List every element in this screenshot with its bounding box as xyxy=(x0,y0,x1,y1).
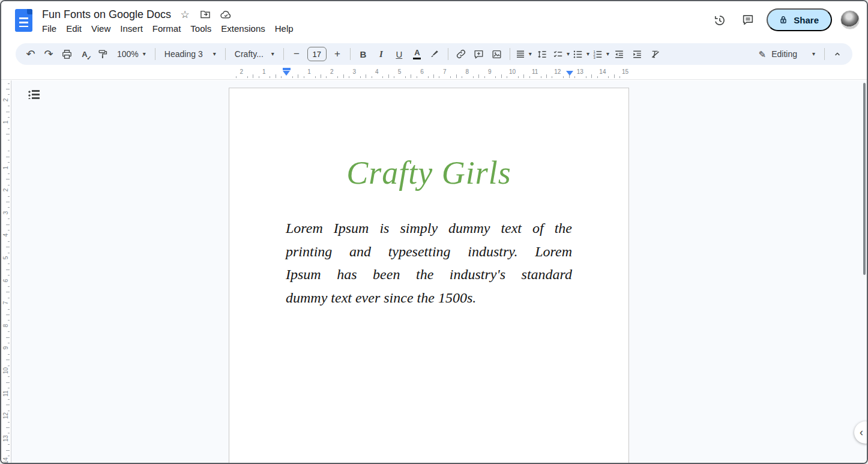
highlight-color-icon[interactable] xyxy=(426,46,444,62)
spellcheck-icon[interactable]: A✓ xyxy=(76,46,94,62)
text-color-button[interactable]: A xyxy=(408,46,426,62)
ruler-tick xyxy=(6,179,10,179)
redo-icon[interactable]: ↷ xyxy=(40,46,58,62)
ruler-tick xyxy=(247,76,248,78)
checklist-icon[interactable]: ▾ xyxy=(551,46,571,62)
left-indent-marker[interactable] xyxy=(283,71,290,76)
bold-button[interactable]: B xyxy=(354,46,372,62)
font-size-input[interactable]: 17 xyxy=(307,47,327,61)
right-indent-marker[interactable] xyxy=(566,71,573,76)
font-select[interactable]: Crafty...▾ xyxy=(229,46,280,62)
ruler-tick xyxy=(276,74,276,78)
ruler-tick xyxy=(6,202,10,202)
comment-history-icon[interactable] xyxy=(735,8,761,31)
menu-item-view[interactable]: View xyxy=(86,22,115,35)
ruler-number: 10 xyxy=(509,68,516,75)
add-comment-icon[interactable] xyxy=(470,46,488,62)
ruler-tick xyxy=(8,388,10,388)
vertical-ruler[interactable]: 211234567891011121314 xyxy=(1,80,11,463)
avatar[interactable] xyxy=(840,10,860,29)
vertical-scrollbar[interactable] xyxy=(863,83,866,275)
menu-item-format[interactable]: Format xyxy=(148,22,186,35)
styles-select[interactable]: Heading 3▾ xyxy=(159,46,222,62)
version-history-icon[interactable] xyxy=(707,8,732,31)
ruler-number: 11 xyxy=(532,68,538,75)
decrease-indent-icon[interactable] xyxy=(610,46,628,62)
ruler-tick xyxy=(304,76,304,78)
star-icon[interactable]: ☆ xyxy=(176,7,194,22)
ruler-tick xyxy=(523,74,524,78)
menu-item-tools[interactable]: Tools xyxy=(185,22,216,35)
first-line-indent-marker[interactable] xyxy=(283,68,291,70)
ruler-tick xyxy=(366,74,366,78)
logo-lines xyxy=(19,17,28,27)
move-folder-icon[interactable] xyxy=(196,7,214,22)
ruler-tick xyxy=(473,76,474,78)
ruler-number: 2 xyxy=(2,95,9,104)
undo-icon[interactable]: ↶ xyxy=(22,46,40,62)
ruler-tick xyxy=(8,411,10,411)
ruler-tick xyxy=(8,162,10,163)
pencil-icon: ✎ xyxy=(759,50,767,59)
collapse-toolbar-icon[interactable] xyxy=(828,46,846,62)
ruler-tick xyxy=(8,444,10,445)
ruler-tick xyxy=(253,74,253,78)
ruler-tick xyxy=(433,74,434,78)
italic-button[interactable]: I xyxy=(372,46,390,62)
menu-item-edit[interactable]: Edit xyxy=(61,22,86,35)
ruler-number: 14 xyxy=(599,68,606,75)
insert-image-icon[interactable] xyxy=(488,46,506,62)
show-side-panel-button[interactable]: ‹ xyxy=(854,421,867,444)
horizontal-ruler[interactable]: 21123456789101112131415 xyxy=(1,67,867,80)
numbered-list-icon[interactable]: 1 2 3 ▾ xyxy=(591,46,610,62)
zoom-select[interactable]: 100%▾ xyxy=(112,46,151,62)
ruler-tick xyxy=(6,270,10,270)
menu-item-help[interactable]: Help xyxy=(270,22,298,35)
ruler-number: 9 xyxy=(488,68,492,75)
decrease-font-size-icon[interactable]: − xyxy=(288,46,306,62)
bulleted-list-icon[interactable]: ▾ xyxy=(571,46,591,62)
ruler-number: 1 xyxy=(262,68,266,75)
google-docs-logo-icon[interactable] xyxy=(15,9,32,32)
svg-text:3: 3 xyxy=(593,56,595,59)
ruler-tick xyxy=(236,76,237,78)
ruler-number: 9 xyxy=(2,344,9,352)
body-line: Lorem Ipsum is simply dummy text of the xyxy=(286,217,572,240)
ruler-tick xyxy=(298,74,298,78)
ruler-number: 7 xyxy=(443,68,447,75)
ruler-tick xyxy=(8,230,10,230)
paint-format-icon[interactable] xyxy=(94,46,112,62)
menu-item-extensions[interactable]: Extensions xyxy=(216,22,270,35)
ruler-tick xyxy=(6,382,10,383)
ruler-number: 11 xyxy=(2,389,9,397)
app-window: Fun Fonts on Google Docs ☆ FileEditViewI… xyxy=(0,0,868,464)
ruler-tick xyxy=(8,218,10,219)
editing-mode-select[interactable]: ✎ Editing ▾ xyxy=(753,46,821,62)
document-title[interactable]: Fun Fonts on Google Docs xyxy=(40,8,173,21)
menu-item-file[interactable]: File xyxy=(37,22,61,35)
insert-link-icon[interactable] xyxy=(452,46,470,62)
ruler-tick xyxy=(405,76,406,78)
ruler-number: 13 xyxy=(577,68,583,75)
print-icon[interactable] xyxy=(58,46,76,62)
ruler-tick xyxy=(450,76,451,78)
ruler-tick xyxy=(6,247,10,247)
share-button[interactable]: Share xyxy=(767,8,832,31)
document-page[interactable]: Crafty Girls Lorem Ipsum is simply dummy… xyxy=(229,88,629,463)
show-outline-button[interactable] xyxy=(25,86,42,102)
ruler-tick xyxy=(484,76,485,78)
cloud-saved-icon[interactable] xyxy=(217,7,235,22)
ruler-number: 3 xyxy=(353,68,357,75)
increase-font-size-icon[interactable]: + xyxy=(328,46,346,62)
menu-item-insert[interactable]: Insert xyxy=(115,22,148,35)
align-justify-icon[interactable]: ▾ xyxy=(514,46,533,62)
ruler-tick xyxy=(478,74,479,78)
ruler-tick xyxy=(8,140,10,140)
line-spacing-icon[interactable] xyxy=(533,46,551,62)
page-heading: Crafty Girls xyxy=(229,154,628,191)
clear-formatting-icon[interactable] xyxy=(646,46,665,62)
increase-indent-icon[interactable] xyxy=(628,46,646,62)
divider xyxy=(225,48,226,60)
underline-button[interactable]: U xyxy=(390,46,408,62)
ruler-tick xyxy=(8,128,10,129)
